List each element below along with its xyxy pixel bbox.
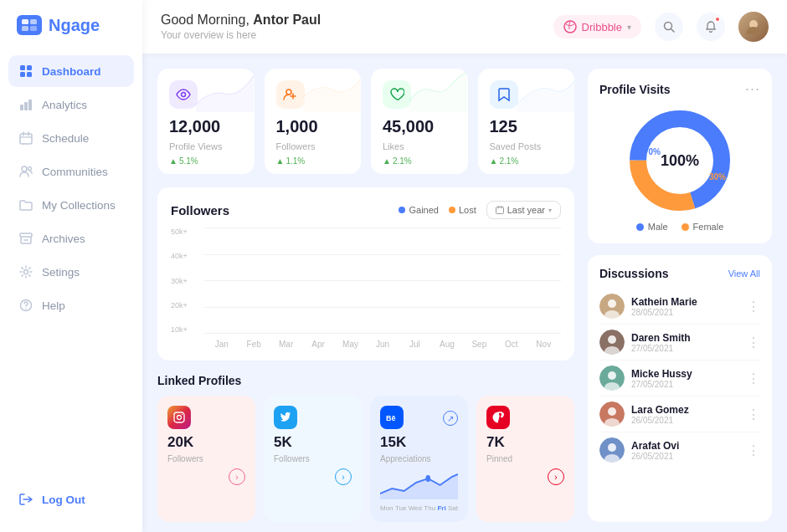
discussion-item[interactable]: Micke Hussy27/05/2021⋮ xyxy=(599,361,760,396)
discussion-name: Kathein Marie xyxy=(631,296,740,308)
donut-chart: 70% 30% 100% xyxy=(599,106,760,215)
discussion-info: Daren Smith27/05/2021 xyxy=(631,332,740,353)
sidebar-item-archives[interactable]: Archives xyxy=(8,223,134,254)
x-label: Apr xyxy=(304,340,332,349)
header-actions: Dribbble ▾ xyxy=(553,12,769,42)
svg-point-32 xyxy=(177,416,182,420)
svg-rect-11 xyxy=(20,134,32,144)
notifications-button[interactable] xyxy=(697,13,725,41)
discussion-menu-button[interactable]: ⋮ xyxy=(747,407,760,422)
instagram-value: 20K xyxy=(167,434,245,451)
calendar-small-icon xyxy=(496,206,504,214)
heart-icon-wrapper xyxy=(383,80,411,109)
sidebar-item-settings[interactable]: Setings xyxy=(8,256,134,288)
discussion-date: 26/05/2021 xyxy=(631,452,740,461)
chart-header: Followers Gained Lost xyxy=(171,201,561,219)
male-legend: Male xyxy=(636,222,668,232)
bookmark-icon-wrapper xyxy=(490,80,518,109)
discussion-avatar xyxy=(599,330,625,355)
y-label-20k: 20k+ xyxy=(171,301,201,309)
male-label: Male xyxy=(648,222,668,232)
sidebar-item-analytics[interactable]: Analytics xyxy=(8,89,134,120)
twitter-action-button[interactable]: › xyxy=(335,468,352,485)
header: Good Morning, Antor Paul Your overview i… xyxy=(142,0,787,54)
followers-chart-section: Followers Gained Lost xyxy=(157,187,574,361)
twitter-value: 5K xyxy=(274,434,352,451)
discussion-menu-button[interactable]: ⋮ xyxy=(747,442,760,458)
y-label-30k: 30k+ xyxy=(171,277,201,285)
x-label: Jul xyxy=(401,340,429,349)
svg-rect-28 xyxy=(496,207,503,214)
platform-badge[interactable]: Dribbble ▾ xyxy=(553,15,641,38)
svg-point-22 xyxy=(564,21,576,33)
stat-bg-chart-4 xyxy=(517,69,574,112)
saved-posts-change: ▲2.1% xyxy=(490,156,563,166)
logo[interactable]: Ngage xyxy=(0,15,142,55)
pinterest-action-button[interactable]: › xyxy=(548,468,564,485)
calendar-icon xyxy=(18,130,33,146)
bar-chart-icon xyxy=(18,97,33,112)
sidebar-item-help[interactable]: Help xyxy=(8,289,134,321)
sidebar-item-label: My Collections xyxy=(42,199,116,212)
search-button[interactable] xyxy=(655,13,683,41)
discussion-item[interactable]: Arafat Ovi26/05/2021⋮ xyxy=(599,432,760,468)
svg-line-24 xyxy=(671,29,675,33)
greeting-text: Good Morning, Antor Paul xyxy=(161,13,321,28)
sidebar-item-communities[interactable]: Communities xyxy=(8,156,134,187)
sidebar-item-label: Dashboard xyxy=(42,65,101,78)
discussion-avatar xyxy=(599,294,625,319)
x-label: Aug xyxy=(433,340,460,349)
behance-action-button[interactable]: ↗ xyxy=(443,411,458,426)
discussion-menu-button[interactable]: ⋮ xyxy=(747,335,760,350)
discussion-item[interactable]: Kathein Marie28/05/2021⋮ xyxy=(599,289,760,325)
svg-rect-17 xyxy=(20,233,32,237)
discussion-item[interactable]: Daren Smith27/05/2021⋮ xyxy=(599,325,760,361)
sidebar-item-schedule[interactable]: Schedule xyxy=(8,122,134,154)
discussion-item[interactable]: Lara Gomez26/05/2021⋮ xyxy=(599,396,760,432)
discussion-menu-button[interactable]: ⋮ xyxy=(747,299,760,315)
svg-point-54 xyxy=(608,443,616,452)
followers-value: 1,000 xyxy=(276,117,350,136)
bell-icon xyxy=(705,21,717,33)
content-left: 12,000 Profile Views ▲5.1% xyxy=(157,69,574,522)
lost-legend: Lost xyxy=(449,205,476,215)
linked-card-pinterest[interactable]: 7K Pinned › xyxy=(476,396,574,522)
svg-rect-3 xyxy=(30,26,37,31)
stat-bg-chart xyxy=(196,69,254,112)
sidebar-item-label: Archives xyxy=(42,233,85,245)
sidebar-item-label: Analytics xyxy=(42,99,87,111)
x-axis-labels: JanFebMarAprMayJunJulAugSepOctNov xyxy=(204,340,561,349)
arrow-right-icon-3: ↗ xyxy=(447,414,454,423)
profile-visits-menu[interactable]: ··· xyxy=(745,80,760,98)
linked-card-instagram[interactable]: 20K Followers › xyxy=(157,396,255,522)
svg-text:70%: 70% xyxy=(644,147,661,156)
stat-cards-row: 12,000 Profile Views ▲5.1% xyxy=(157,69,574,174)
greeting-subtitle: Your overview is here xyxy=(161,29,321,41)
discussions-card: Discussions View All Kathein Marie28/05/… xyxy=(588,255,772,522)
svg-rect-5 xyxy=(27,65,32,70)
pinterest-logo xyxy=(492,412,504,423)
chart-filter-button[interactable]: Last year ▾ xyxy=(486,201,561,219)
y-label-10k: 10k+ xyxy=(171,325,201,334)
svg-point-19 xyxy=(24,270,28,274)
twitter-label: Followers xyxy=(274,454,352,463)
view-all-button[interactable]: View All xyxy=(728,269,760,279)
svg-rect-8 xyxy=(20,105,23,110)
svg-rect-6 xyxy=(20,72,25,77)
discussion-menu-button[interactable]: ⋮ xyxy=(747,371,760,386)
linked-card-behance[interactable]: Bē ↗ 15K Appreciations xyxy=(370,396,468,522)
stat-card-likes: 45,000 Likes ▲2.1% xyxy=(371,69,468,174)
user-avatar[interactable] xyxy=(738,12,769,42)
svg-point-26 xyxy=(182,93,186,97)
linked-profiles-title: Linked Profiles xyxy=(157,374,574,387)
instagram-action-button[interactable]: › xyxy=(229,468,245,485)
likes-label: Likes xyxy=(383,141,456,151)
users-icon-wrapper xyxy=(276,80,305,109)
logout-button[interactable]: Log Out xyxy=(0,482,142,517)
svg-rect-4 xyxy=(20,65,25,70)
linked-card-twitter[interactable]: 5K Followers › xyxy=(264,396,362,522)
pinterest-icon xyxy=(486,406,510,429)
archive-icon xyxy=(18,231,33,246)
sidebar-item-my-collections[interactable]: My Collections xyxy=(8,189,134,221)
sidebar-item-dashboard[interactable]: Dashboard xyxy=(8,55,134,87)
